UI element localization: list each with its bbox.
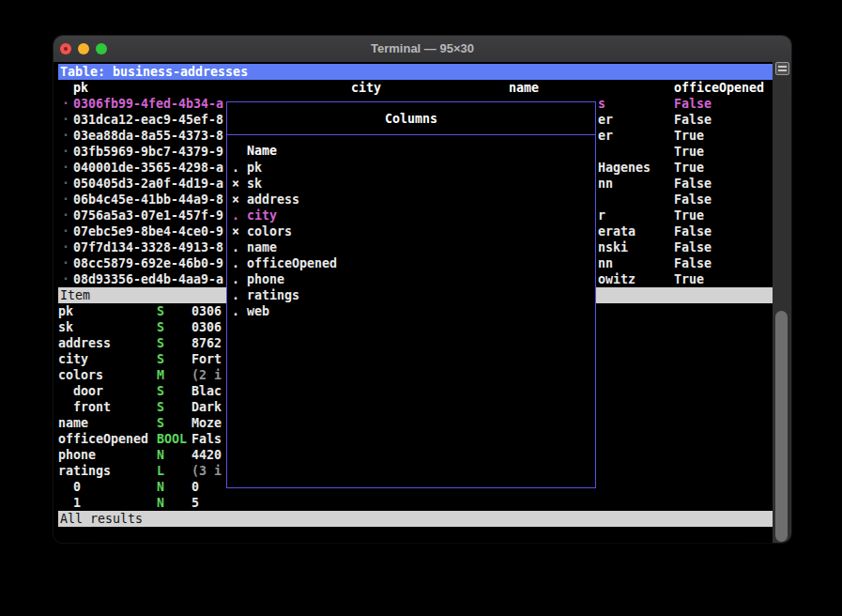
column-header-name[interactable]: name — [509, 80, 539, 96]
columns-dialog-title: Columns — [227, 111, 595, 127]
cell-name-tail: er — [598, 128, 613, 144]
column-name-label: name — [247, 239, 277, 255]
table-title-bar: Table: business-addresses — [58, 64, 773, 80]
cell-officeopened: True — [674, 208, 704, 223]
column-name-label: city — [247, 208, 277, 223]
field-name: 0 — [73, 479, 81, 495]
columns-dialog-item[interactable]: ×sk — [227, 176, 595, 192]
cell-pk: 08cc5879-692e-46b0-9 — [73, 255, 223, 271]
field-name: phone — [58, 447, 96, 463]
field-name: 1 — [73, 495, 81, 511]
cell-pk: 050405d3-2a0f-4d19-a — [73, 176, 223, 192]
cell-officeopened: False — [674, 223, 712, 239]
field-value: 0306 — [191, 319, 222, 335]
cell-pk: 040001de-3565-4298-a — [73, 160, 223, 176]
field-name: officeOpened — [58, 431, 148, 447]
field-value: 0306 — [191, 303, 222, 319]
cell-pk: 03ea88da-8a55-4373-8 — [73, 128, 223, 144]
columns-dialog-item[interactable]: .pk — [227, 160, 595, 176]
column-name-label: colors — [247, 223, 292, 239]
field-type: S — [157, 335, 164, 351]
field-value: (3 i — [191, 463, 222, 479]
column-header-officeopened[interactable]: officeOpened — [674, 80, 764, 96]
columns-dialog-item[interactable]: .web — [227, 303, 595, 319]
item-panel-header-right — [595, 287, 773, 303]
field-type: N — [157, 447, 164, 463]
cell-officeopened: True — [674, 128, 704, 144]
table-title: Table: business-addresses — [60, 64, 248, 80]
column-visibility-marker: . — [232, 271, 239, 287]
row-bullet-icon: · — [62, 96, 69, 112]
column-header-city[interactable]: city — [351, 80, 381, 96]
cell-name-tail: Hagenes — [598, 160, 651, 176]
columns-dialog-item[interactable]: .city — [227, 208, 595, 223]
field-type: S — [157, 383, 164, 399]
columns-dialog-item[interactable]: ×address — [227, 192, 595, 208]
column-visibility-marker: . — [232, 208, 239, 223]
terminal-window: Terminal — 95×30 Table: business-address… — [54, 36, 791, 543]
item-field-row[interactable]: 1N5 — [58, 495, 773, 511]
cell-name-tail: nski — [598, 239, 628, 255]
column-header-pk[interactable]: pk — [73, 80, 88, 96]
field-name: name — [58, 415, 88, 431]
columns-dialog-item[interactable]: .name — [227, 239, 595, 255]
row-bullet-icon: · — [62, 112, 69, 128]
field-type: L — [157, 463, 164, 479]
field-value: (2 i — [191, 367, 222, 383]
field-type: N — [157, 495, 164, 511]
cell-pk: 06b4c45e-41bb-44a9-8 — [73, 192, 223, 208]
column-name-label: phone — [247, 271, 284, 287]
item-panel-header: Item — [58, 287, 226, 303]
row-bullet-icon: · — [62, 223, 69, 239]
column-visibility-marker: × — [232, 223, 239, 239]
scrollbar-thumb[interactable] — [775, 311, 788, 542]
cell-officeopened: False — [674, 96, 712, 112]
column-header-row: pk city name officeOpened — [58, 80, 773, 96]
split-pane-icon — [778, 66, 787, 68]
cell-officeopened: False — [674, 255, 712, 271]
cell-pk: 08d93356-ed4b-4aa9-a — [73, 271, 223, 287]
row-bullet-icon: · — [62, 271, 69, 287]
cell-name-tail: r — [598, 208, 605, 223]
field-type: BOOL — [157, 431, 187, 447]
column-visibility-marker: × — [232, 176, 239, 192]
titlebar[interactable]: Terminal — 95×30 — [54, 36, 791, 63]
column-name-label: officeOpened — [247, 255, 337, 271]
column-visibility-marker: . — [232, 239, 239, 255]
column-visibility-marker: × — [232, 192, 239, 208]
scrollbar-track[interactable] — [773, 62, 791, 543]
cell-name-tail: nn — [598, 255, 613, 271]
field-value: Dark — [191, 399, 222, 415]
field-value: 5 — [191, 495, 199, 511]
cell-pk: 03fb5969-9bc7-4379-9 — [73, 144, 223, 160]
status-text: All results — [60, 511, 143, 527]
field-name: colors — [58, 367, 103, 383]
cell-name-tail: erata — [598, 223, 635, 239]
columns-dialog-item[interactable]: .phone — [227, 271, 595, 287]
split-pane-button[interactable] — [775, 62, 789, 75]
field-type: S — [157, 399, 164, 415]
columns-dialog-item[interactable]: .officeOpened — [227, 255, 595, 271]
row-bullet-icon: · — [62, 176, 69, 192]
column-name-label: address — [247, 192, 299, 208]
columns-dialog-name-header: Name — [247, 143, 277, 159]
columns-dialog-item[interactable]: ×colors — [227, 223, 595, 239]
field-type: S — [157, 303, 164, 319]
cell-pk: 031dca12-eac9-45ef-8 — [73, 112, 223, 128]
item-panel-title: Item — [60, 287, 90, 303]
field-value: 0 — [191, 479, 199, 495]
field-value: Fals — [191, 431, 222, 447]
row-bullet-icon: · — [62, 192, 69, 208]
field-name: front — [73, 399, 111, 415]
status-bar: All results — [58, 511, 773, 527]
field-value: Fort — [191, 351, 222, 367]
column-visibility-marker: . — [232, 255, 239, 271]
columns-dialog: Columns Name .pk×sk×address.city×colors.… — [226, 101, 596, 488]
row-bullet-icon: · — [62, 160, 69, 176]
field-value: Blac — [191, 383, 222, 399]
field-name: address — [58, 335, 111, 351]
terminal-screen: Table: business-addresses pk city name o… — [58, 64, 773, 543]
cell-name-tail: owitz — [598, 271, 635, 287]
cell-pk: 07ebc5e9-8be4-4ce0-9 — [73, 223, 223, 239]
columns-dialog-item[interactable]: .ratings — [227, 287, 595, 303]
